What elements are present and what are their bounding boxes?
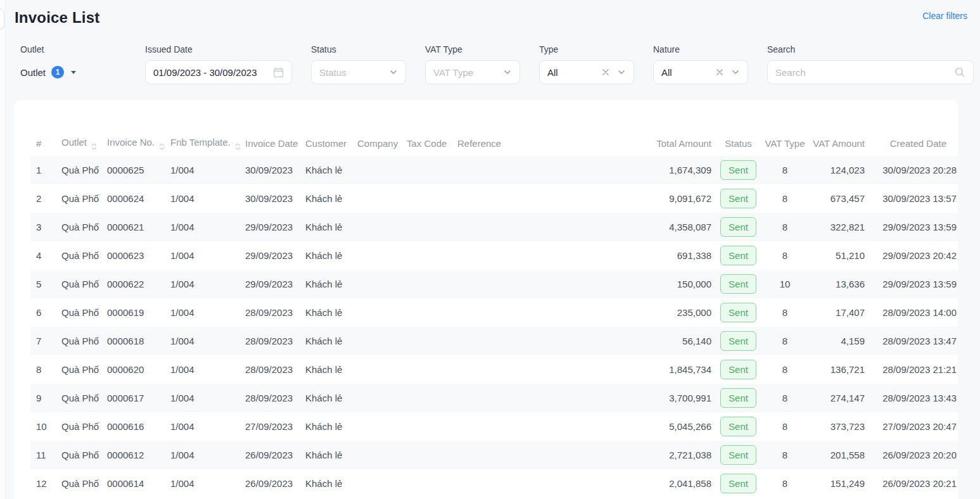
cell-index: 12 <box>30 469 56 498</box>
cell-invoice-date: 30/09/2023 <box>239 156 300 184</box>
cell-reference <box>452 213 643 241</box>
cell-vat-type: 8 <box>758 412 806 441</box>
cell-vat-type: 8 <box>758 384 806 412</box>
issued-date-value: 01/09/2023 - 30/09/2023 <box>153 67 273 78</box>
status-badge: Sent <box>720 217 756 237</box>
cell-total-amount: 5,045,266 <box>643 412 713 441</box>
cell-invoice-date: 30/09/2023 <box>239 184 300 213</box>
table-row[interactable]: 4 Quà Phố 0000623 1/004 29/09/2023 Khách… <box>30 241 958 270</box>
cell-created-date: 27/09/2023 20:47 <box>866 412 958 441</box>
status-badge: Sent <box>720 331 756 351</box>
table-row[interactable]: 9 Quà Phố 0000617 1/004 28/09/2023 Khách… <box>30 384 958 412</box>
type-select[interactable]: All <box>539 60 634 84</box>
search-icon[interactable] <box>954 66 965 78</box>
cell-customer: Khách lẻ <box>300 213 352 241</box>
cell-fnb-template: 1/004 <box>165 156 239 184</box>
search-input[interactable] <box>775 67 954 78</box>
col-header-company: Company <box>352 130 401 156</box>
issued-date-input[interactable]: 01/09/2023 - 30/09/2023 <box>145 60 292 84</box>
col-header-fnb-template[interactable]: Fnb Template. <box>165 130 239 156</box>
col-header-reference: Reference <box>452 130 643 156</box>
cell-total-amount: 3,700,991 <box>643 384 713 412</box>
clear-filters-link[interactable]: Clear filters <box>922 11 967 21</box>
cell-index: 5 <box>30 270 56 298</box>
cell-company <box>352 327 401 355</box>
cell-outlet: Quà Phố <box>56 384 101 412</box>
col-header-invoice-date: Invoice Date <box>239 130 300 156</box>
cell-index: 4 <box>30 241 56 270</box>
cell-invoice-no: 0000616 <box>101 412 165 441</box>
invoice-table: # Outlet Invoice No. Fnb Template. Invoi… <box>30 130 958 498</box>
table-row[interactable]: 12 Quà Phố 0000614 1/004 26/09/2023 Khác… <box>30 469 958 498</box>
filter-bar: Outlet Outlet 1 Issued Date 01/09/2023 -… <box>0 27 980 84</box>
cell-outlet: Quà Phố <box>56 270 101 298</box>
invoice-table-card: # Outlet Invoice No. Fnb Template. Invoi… <box>14 100 958 499</box>
cell-company <box>352 355 401 384</box>
vat-type-select[interactable]: VAT Type <box>425 60 520 84</box>
cell-invoice-no: 0000614 <box>101 469 165 498</box>
cell-total-amount: 2,041,858 <box>643 469 713 498</box>
cell-tax-code <box>401 355 452 384</box>
status-badge: Sent <box>720 474 756 493</box>
type-select-value: All <box>547 67 597 78</box>
status-badge: Sent <box>720 160 756 180</box>
cell-tax-code <box>401 469 452 498</box>
cell-reference <box>452 384 643 412</box>
cell-customer: Khách lẻ <box>300 241 352 270</box>
clear-x-icon[interactable] <box>602 68 609 76</box>
table-row[interactable]: 3 Quà Phố 0000621 1/004 29/09/2023 Khách… <box>30 213 958 241</box>
col-header-outlet[interactable]: Outlet <box>56 130 101 156</box>
cell-tax-code <box>401 270 452 298</box>
table-row[interactable]: 5 Quà Phố 0000622 1/004 29/09/2023 Khách… <box>30 270 958 298</box>
cell-fnb-template: 1/004 <box>165 298 239 327</box>
cell-outlet: Quà Phố <box>56 412 101 441</box>
cell-invoice-no: 0000623 <box>101 241 165 270</box>
sidebar-toggle-button[interactable] <box>0 8 4 30</box>
cell-outlet: Quà Phố <box>56 241 101 270</box>
status-select[interactable]: Status <box>311 60 406 84</box>
clear-x-icon[interactable] <box>716 68 723 76</box>
cell-status: Sent <box>713 213 758 241</box>
cell-outlet: Quà Phố <box>56 184 101 213</box>
cell-vat-type: 8 <box>758 327 806 355</box>
cell-invoice-date: 27/09/2023 <box>239 412 300 441</box>
table-row[interactable]: 1 Quà Phố 0000625 1/004 30/09/2023 Khách… <box>30 156 958 184</box>
cell-company <box>352 156 401 184</box>
cell-fnb-template: 1/004 <box>165 384 239 412</box>
table-row[interactable]: 11 Quà Phố 0000612 1/004 26/09/2023 Khác… <box>30 441 958 469</box>
cell-company <box>352 270 401 298</box>
table-row[interactable]: 2 Quà Phố 0000624 1/004 30/09/2023 Khách… <box>30 184 958 213</box>
status-select-placeholder: Status <box>319 67 389 78</box>
cell-invoice-date: 28/09/2023 <box>239 327 300 355</box>
filter-nature: Nature All <box>653 44 748 84</box>
table-header-row: # Outlet Invoice No. Fnb Template. Invoi… <box>30 130 958 156</box>
cell-total-amount: 1,674,309 <box>643 156 713 184</box>
cell-fnb-template: 1/004 <box>165 412 239 441</box>
search-filter-label: Search <box>767 44 974 54</box>
nature-select[interactable]: All <box>653 60 748 84</box>
cell-status: Sent <box>713 469 758 498</box>
col-header-invoice-no[interactable]: Invoice No. <box>101 130 165 156</box>
cell-tax-code <box>401 241 452 270</box>
cell-tax-code <box>401 184 452 213</box>
cell-customer: Khách lẻ <box>300 327 352 355</box>
cell-company <box>352 469 401 498</box>
cell-invoice-no: 0000618 <box>101 327 165 355</box>
type-filter-label: Type <box>539 44 634 54</box>
table-row[interactable]: 10 Quà Phố 0000616 1/004 27/09/2023 Khác… <box>30 412 958 441</box>
filter-type: Type All <box>539 44 634 84</box>
cell-outlet: Quà Phố <box>56 355 101 384</box>
outlet-dropdown[interactable]: Outlet 1 <box>20 60 126 84</box>
cell-index: 7 <box>30 327 56 355</box>
cell-vat-amount: 136,721 <box>806 355 866 384</box>
cell-reference <box>452 327 643 355</box>
table-row[interactable]: 7 Quà Phố 0000618 1/004 28/09/2023 Khách… <box>30 327 958 355</box>
table-row[interactable]: 6 Quà Phố 0000619 1/004 28/09/2023 Khách… <box>30 298 958 327</box>
col-header-label: Invoice No. <box>107 137 155 148</box>
filter-outlet: Outlet Outlet 1 <box>20 44 126 84</box>
table-row[interactable]: 8 Quà Phố 0000620 1/004 28/09/2023 Khách… <box>30 355 958 384</box>
cell-invoice-date: 29/09/2023 <box>239 213 300 241</box>
cell-customer: Khách lẻ <box>300 355 352 384</box>
sort-carets-icon <box>235 143 241 150</box>
cell-invoice-no: 0000620 <box>101 355 165 384</box>
